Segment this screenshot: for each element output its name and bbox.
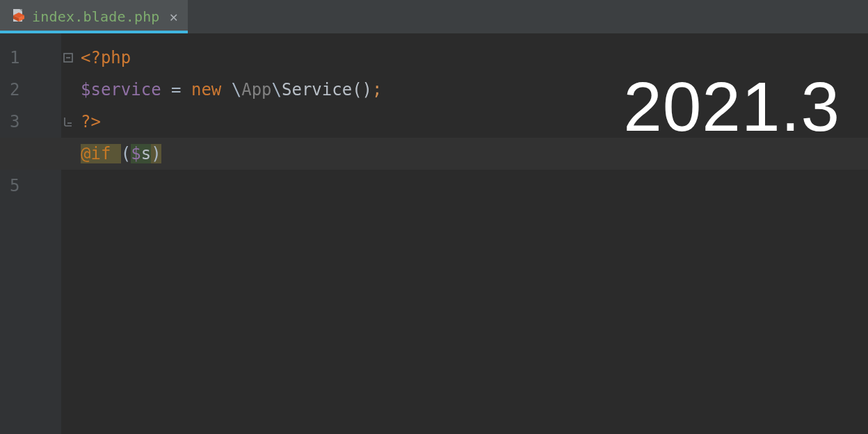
variable: $service bbox=[81, 80, 161, 99]
class-name: Service bbox=[282, 80, 352, 99]
fold-spacer bbox=[61, 74, 75, 106]
blade-file-icon bbox=[11, 8, 26, 26]
line-number[interactable]: 1 bbox=[0, 42, 61, 74]
code-line[interactable]: $service = new \App\Service(); bbox=[75, 74, 868, 106]
code-area[interactable]: <?php $service = new \App\Service(); ?> … bbox=[75, 33, 868, 434]
fold-start-icon[interactable] bbox=[61, 42, 75, 74]
backslash: \ bbox=[232, 80, 241, 99]
identifier: s bbox=[141, 144, 151, 163]
tab-bar: index.blade.php ✕ bbox=[0, 0, 868, 33]
backslash: \ bbox=[272, 80, 282, 99]
code-line[interactable] bbox=[75, 170, 868, 202]
fold-end-icon[interactable] bbox=[61, 106, 75, 138]
call-parens: () bbox=[352, 80, 372, 99]
line-number[interactable]: 2 bbox=[0, 74, 61, 106]
fold-spacer bbox=[61, 170, 75, 202]
line-number[interactable]: 3 bbox=[0, 106, 61, 138]
php-close-tag: ?> bbox=[81, 112, 101, 131]
dollar: $ bbox=[131, 144, 140, 163]
semicolon: ; bbox=[372, 80, 382, 99]
gutter: 1 2 3 4 5 bbox=[0, 33, 61, 434]
code-line[interactable]: <?php bbox=[75, 42, 868, 74]
close-icon[interactable]: ✕ bbox=[170, 10, 178, 24]
tab-index-blade[interactable]: index.blade.php ✕ bbox=[0, 0, 188, 33]
code-line[interactable]: @if ($s) bbox=[75, 138, 868, 170]
blade-directive: @if bbox=[81, 144, 121, 163]
keyword-new: new bbox=[191, 80, 232, 99]
line-number[interactable]: 5 bbox=[0, 170, 61, 202]
paren-close: ) bbox=[151, 144, 161, 163]
operator: = bbox=[161, 80, 191, 99]
fold-column bbox=[61, 42, 75, 202]
editor: 1 2 3 4 5 <?php $service = new \App\Serv… bbox=[0, 33, 868, 434]
tab-label: index.blade.php bbox=[32, 8, 160, 25]
namespace: App bbox=[241, 80, 271, 99]
php-open-tag: <?php bbox=[81, 48, 131, 67]
code-line[interactable]: ?> bbox=[75, 106, 868, 138]
paren-open: ( bbox=[121, 144, 131, 163]
